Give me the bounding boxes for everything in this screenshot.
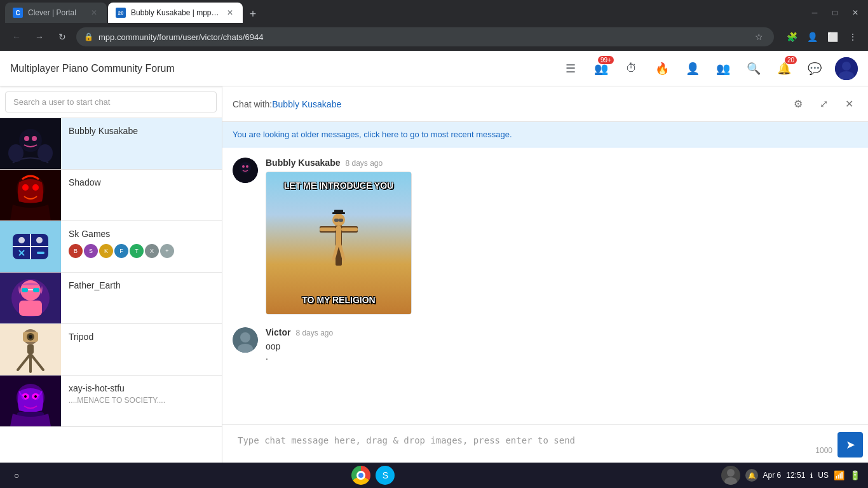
message-time-1: 8 days ago	[345, 159, 383, 168]
chat-with-name[interactable]: Bubbly Kusakabe	[272, 99, 341, 109]
sidebar-name-father-earth: Father_Earth	[69, 280, 214, 290]
message-avatar-victor	[233, 327, 258, 353]
maximize-button[interactable]: □	[827, 5, 843, 20]
svg-rect-26	[22, 288, 28, 292]
chat-settings-icon[interactable]: ⚙	[789, 95, 807, 113]
mini-avatar-3: K	[99, 244, 113, 258]
svg-rect-58	[320, 227, 336, 231]
tab-title-clever: Clever | Portal	[28, 8, 76, 17]
extensions-icon[interactable]: 🧩	[784, 29, 799, 44]
tab-title-mpp: Bubbly Kusakabe | mpp.commu...	[131, 8, 220, 17]
url-display[interactable]: mpp.community/forum/user/victor/chats/69…	[98, 32, 263, 42]
taskbar-locale: US	[818, 471, 829, 480]
taskbar-wifi-icon: 📶	[834, 470, 844, 480]
send-message-button[interactable]: ➤	[837, 432, 863, 458]
reload-button[interactable]: ↻	[53, 28, 71, 46]
tab-favicon-mpp: 20	[116, 8, 126, 18]
minimize-button[interactable]: ─	[807, 5, 822, 20]
svg-point-42	[24, 395, 27, 398]
sidebar-item-bubbly[interactable]: Bubbly Kusakabe	[0, 118, 222, 170]
svg-rect-19	[37, 252, 44, 254]
messages-icon[interactable]: 💬	[804, 58, 825, 79]
mini-avatar-5: T	[130, 244, 144, 258]
search-icon[interactable]: 🔍	[743, 58, 764, 79]
message-avatar-bubbly	[233, 158, 258, 183]
users-icon[interactable]: 👥 99+	[591, 58, 611, 79]
taskbar-info-icon: ℹ	[810, 471, 813, 480]
user-avatar[interactable]	[835, 57, 858, 80]
older-messages-notice[interactable]: You are looking at older messages, click…	[222, 122, 868, 147]
message-1: Bubbly Kusakabe 8 days ago LET ME INTROD…	[233, 158, 858, 315]
sidebar-item-xay[interactable]: xay-is-hot-stfu ....MENACE TO SOCIETY...…	[0, 376, 222, 427]
svg-rect-25	[19, 301, 42, 316]
svg-point-12	[32, 184, 39, 191]
taskbar-chrome-icon[interactable]	[351, 466, 370, 485]
history-icon[interactable]: ⏱	[621, 58, 642, 79]
svg-rect-55	[339, 219, 343, 222]
message-2: Victor 8 days ago oop .	[233, 327, 858, 362]
taskbar-circle-icon[interactable]: ○	[8, 466, 25, 484]
sidebar-name-sk-games: Sk Games	[69, 229, 214, 239]
user-icon[interactable]: 👤	[682, 58, 703, 79]
back-button[interactable]: ←	[8, 28, 25, 46]
sidebar-avatar-shadow	[0, 170, 61, 220]
chat-close-icon[interactable]: ✕	[840, 95, 858, 113]
security-icon: 🔒	[84, 32, 93, 41]
forward-button[interactable]: →	[31, 28, 48, 46]
svg-rect-53	[334, 210, 343, 214]
mini-avatar-6: X	[145, 244, 159, 258]
chat-expand-icon[interactable]: ⤢	[815, 95, 832, 113]
menu-icon[interactable]: ⋮	[845, 29, 860, 44]
sidebar-name-xay: xay-is-hot-stfu	[69, 383, 214, 393]
char-count-display: 1000	[815, 446, 832, 455]
svg-point-5	[24, 136, 29, 141]
notification-bell-icon[interactable]: 🔔 20	[774, 58, 794, 79]
users-badge: 99+	[598, 56, 614, 64]
tab-clever[interactable]: C Clever | Portal ✕	[5, 3, 107, 23]
svg-point-7	[8, 144, 24, 162]
svg-rect-59	[341, 227, 358, 231]
sidebar-item-tripod[interactable]: Tripod	[0, 324, 222, 376]
tab-close-clever[interactable]: ✕	[89, 8, 99, 18]
svg-point-11	[22, 184, 29, 191]
svg-point-43	[34, 395, 37, 398]
group-icon[interactable]: 👥	[713, 58, 733, 79]
fire-icon[interactable]: 🔥	[652, 58, 672, 79]
sidebar-name-tripod: Tripod	[69, 332, 214, 342]
svg-rect-57	[336, 226, 341, 245]
taskbar-time: 12:51	[786, 471, 805, 480]
new-tab-button[interactable]: +	[244, 5, 262, 23]
svg-point-4	[19, 129, 42, 152]
sidebar-avatar-bubbly	[0, 118, 61, 169]
search-input[interactable]	[5, 92, 217, 112]
sidebar-sub-xay: ....MENACE TO SOCIETY....	[69, 396, 214, 405]
tab-mpp[interactable]: 20 Bubbly Kusakabe | mpp.commu... ✕	[108, 3, 243, 23]
sidebar-item-shadow[interactable]: Shadow	[0, 170, 222, 221]
message-author-2: Victor	[266, 327, 290, 337]
message-text-dot: .	[266, 351, 858, 362]
svg-point-37	[29, 335, 32, 339]
mini-avatar-7: +	[160, 244, 174, 258]
chat-message-input[interactable]	[230, 430, 860, 456]
bookmark-icon[interactable]: ☆	[751, 29, 766, 44]
message-author-1: Bubbly Kusakabe	[266, 158, 340, 168]
chat-with-label: Chat with:	[233, 99, 272, 109]
chat-input-area: 1000 ➤	[222, 424, 868, 463]
svg-point-63	[240, 332, 250, 342]
svg-point-1	[842, 62, 851, 71]
mini-avatars-sk-games: B S K F T X +	[69, 244, 214, 258]
svg-point-18	[36, 237, 43, 243]
message-text-2: oop	[266, 341, 858, 351]
sidebar-item-sk-games[interactable]: Sk Games B S K F T X +	[0, 221, 222, 273]
sidebar-item-father-earth[interactable]: Father_Earth	[0, 273, 222, 324]
taskbar-battery-icon: 🔋	[850, 470, 860, 480]
hamburger-menu-icon[interactable]: ☰	[560, 58, 581, 79]
taskbar-skype-icon[interactable]: S	[376, 466, 395, 485]
cast-icon[interactable]: ⬜	[825, 29, 840, 44]
window-close-button[interactable]: ✕	[848, 5, 863, 20]
forum-title: Multiplayer Piano Community Forum	[10, 63, 175, 74]
taskbar-user-logo[interactable]	[721, 466, 740, 485]
tab-close-mpp[interactable]: ✕	[225, 8, 235, 18]
profile-icon[interactable]: 👤	[804, 29, 820, 44]
messages-container: Bubbly Kusakabe 8 days ago LET ME INTROD…	[222, 147, 868, 424]
